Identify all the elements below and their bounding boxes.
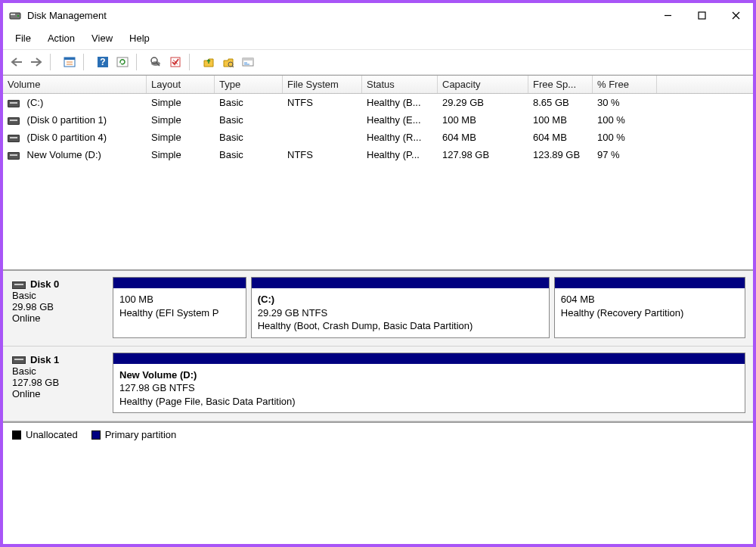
cell-capacity: 29.29 GB [438,95,528,110]
disk-size: 29.98 GB [12,301,98,312]
cell-pct: 100 % [593,113,657,127]
svg-rect-21 [243,58,253,61]
menu-view[interactable]: View [84,30,120,46]
partition-status: Healthy (Boot, Crash Dump, Basic Data Pa… [258,319,543,333]
volume-name: (C:) [24,97,43,108]
cell-free: 8.65 GB [528,95,593,110]
disk-status: Online [12,312,98,324]
partition-header [113,278,246,288]
action-3-button[interactable] [239,53,257,71]
cell-capacity: 127.98 GB [438,148,528,162]
partition-header [113,353,745,364]
cell-pct: 97 % [593,148,657,162]
cell-status: Healthy (P... [362,148,438,162]
cell-free: 123.89 GB [528,148,593,162]
action-2-button[interactable] [219,53,237,71]
cell-type: Basic [215,148,283,162]
legend: Unallocated Primary partition [3,421,753,446]
rescan-disks-button[interactable] [147,53,165,71]
partition[interactable]: (C:)29.29 GB NTFSHealthy (Boot, Crash Du… [251,277,550,338]
disk-status: Online [12,388,98,399]
menu-action[interactable]: Action [40,30,82,46]
menu-file[interactable]: File [8,30,39,46]
col-fs[interactable]: File System [283,76,362,93]
cell-free: 100 MB [528,113,593,127]
cell-pct: 30 % [593,95,657,110]
partition-size: 604 MB [561,293,739,306]
cell-free: 604 MB [528,130,593,145]
col-capacity[interactable]: Capacity [438,76,528,93]
toolbar: ? [3,50,753,75]
table-row[interactable]: (Disk 0 partition 1)SimpleBasicHealthy (… [3,111,753,129]
disk-info[interactable]: Disk 1Basic127.98 GBOnline [3,347,105,421]
back-button[interactable] [8,53,26,71]
col-layout[interactable]: Layout [147,76,215,93]
svg-line-19 [232,66,234,67]
cell-fs [283,113,362,127]
disk-type: Basic [12,290,98,301]
partition-header [252,278,549,288]
cell-type: Basic [215,130,283,145]
cell-pct: 100 % [593,130,657,145]
partition-status: Healthy (Page File, Basic Data Partition… [119,395,739,409]
disk-name: Disk 0 [30,278,59,290]
table-row[interactable]: New Volume (D:)SimpleBasicNTFSHealthy (P… [3,146,753,163]
partition-status: Healthy (EFI System P [119,306,240,320]
partition-label: (C:) [258,293,543,306]
col-status[interactable]: Status [362,76,438,93]
cell-type: Basic [215,95,283,110]
col-pct[interactable]: % Free [593,76,657,93]
forward-button[interactable] [27,53,45,71]
disk-row: Disk 0Basic29.98 GBOnline100 MBHealthy (… [3,271,753,347]
svg-rect-13 [117,57,128,67]
titlebar: Disk Management [3,3,753,27]
table-row[interactable]: (C:)SimpleBasicNTFSHealthy (B...29.29 GB… [3,94,753,111]
volume-icon [8,135,20,142]
partition[interactable]: 100 MBHealthy (EFI System P [113,277,246,338]
minimize-button[interactable] [651,4,685,26]
disk-icon [12,356,26,364]
cell-capacity: 604 MB [438,130,528,145]
close-button[interactable] [719,4,753,26]
partition-size: 29.29 GB NTFS [258,306,543,320]
disk-info[interactable]: Disk 0Basic29.98 GBOnline [3,271,105,346]
cell-layout: Simple [147,113,215,127]
partition-status: Healthy (Recovery Partition) [561,306,739,320]
cell-status: Healthy (E... [362,113,438,127]
volume-icon [8,117,20,125]
col-free[interactable]: Free Sp... [528,76,593,93]
table-row[interactable]: (Disk 0 partition 4)SimpleBasicHealthy (… [3,129,753,146]
app-icon [9,9,21,21]
col-volume[interactable]: Volume [3,76,147,93]
partition-header [555,278,745,288]
cell-status: Healthy (R... [362,130,438,145]
cell-fs: NTFS [283,95,362,110]
partition[interactable]: 604 MBHealthy (Recovery Partition) [554,277,745,338]
cell-type: Basic [215,113,283,127]
properties-button[interactable] [166,53,184,71]
svg-rect-1 [11,14,15,15]
volume-name: New Volume (D:) [24,149,101,160]
action-1-button[interactable] [200,53,218,71]
cell-layout: Simple [147,130,215,145]
cell-capacity: 100 MB [438,113,528,127]
help-button[interactable]: ? [94,53,112,71]
volume-icon [8,100,20,107]
window-title: Disk Management [27,10,651,21]
cell-layout: Simple [147,95,215,110]
menu-help[interactable]: Help [122,30,157,46]
svg-point-2 [17,15,19,17]
disk-name: Disk 1 [30,354,59,365]
partition[interactable]: New Volume (D:)127.98 GB NTFSHealthy (Pa… [113,353,745,414]
legend-swatch-primary [91,430,101,440]
cell-layout: Simple [147,148,215,162]
maximize-button[interactable] [685,4,719,26]
col-type[interactable]: Type [215,76,283,93]
svg-text:?: ? [100,57,105,67]
show-hide-tree-button[interactable] [60,53,79,71]
disk-icon [12,281,26,289]
volume-name: (Disk 0 partition 1) [24,114,107,126]
partition-label: New Volume (D:) [119,368,739,382]
partition-size: 127.98 GB NTFS [119,381,739,395]
refresh-button[interactable] [113,53,132,71]
